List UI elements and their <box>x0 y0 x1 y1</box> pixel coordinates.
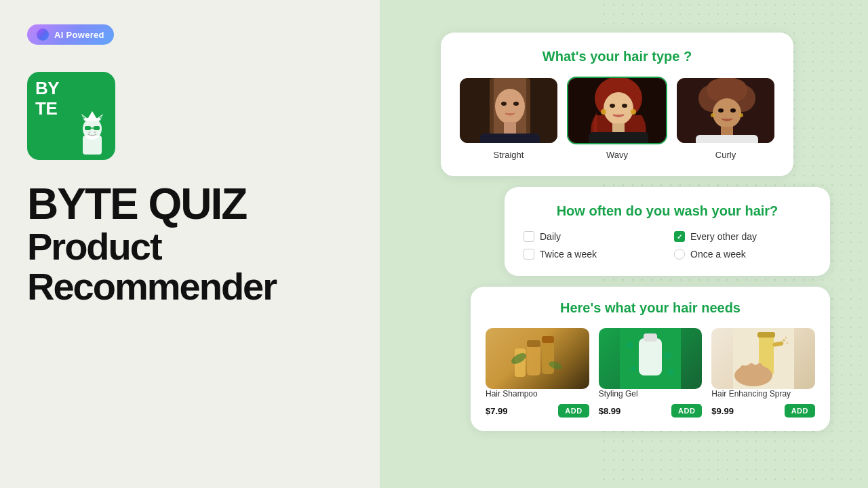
wash-option-daily[interactable]: Daily <box>524 231 660 242</box>
svg-rect-35 <box>696 135 758 144</box>
product-footer-spray: $9.99 ADD <box>711 404 815 418</box>
product-price-spray: $9.99 <box>711 406 734 416</box>
svg-point-64 <box>785 337 787 339</box>
product-price-shampoo: $7.99 <box>486 406 508 416</box>
logo-mascot <box>73 110 111 157</box>
svg-point-38 <box>711 113 715 117</box>
byte-logo: BY TE <box>27 72 115 160</box>
svg-point-50 <box>627 342 633 348</box>
svg-point-52 <box>631 366 636 371</box>
product-footer-gel: $8.99 ADD <box>599 404 703 418</box>
hair-img-wavy <box>567 77 667 144</box>
svg-point-25 <box>622 104 627 108</box>
svg-point-24 <box>610 104 615 108</box>
hair-img-curly <box>675 77 776 144</box>
hair-option-curly[interactable]: Curly <box>675 77 776 160</box>
svg-point-36 <box>718 108 724 113</box>
svg-point-19 <box>604 92 633 125</box>
right-content: What's your hair type ? <box>387 15 848 473</box>
hair-label-straight: Straight <box>494 150 524 160</box>
svg-point-12 <box>495 89 525 124</box>
hair-option-straight[interactable]: Straight <box>458 77 559 160</box>
wash-freq-card: How often do you wash your hair? Daily E… <box>505 187 830 276</box>
svg-rect-60 <box>748 363 755 380</box>
product-name-spray: Hair Enhancing Spray <box>711 389 815 399</box>
hair-type-question: What's your hair type ? <box>460 49 774 64</box>
ai-badge-label: AI Powered <box>54 30 104 40</box>
svg-point-37 <box>730 108 736 113</box>
add-spray-button[interactable]: ADD <box>785 404 815 418</box>
app-subtitle-1: Product <box>27 227 353 267</box>
add-shampoo-button[interactable]: ADD <box>558 404 589 418</box>
svg-point-63 <box>786 342 788 344</box>
product-footer-shampoo: $7.99 ADD <box>486 404 589 418</box>
svg-rect-59 <box>740 365 747 380</box>
right-panel: What's your hair type ? <box>380 0 868 488</box>
svg-point-39 <box>739 113 743 117</box>
product-img-shampoo <box>486 328 589 389</box>
hair-type-card: What's your hair type ? <box>441 33 793 176</box>
svg-rect-40 <box>527 345 540 375</box>
product-item-shampoo: Hair Shampoo $7.99 ADD <box>486 328 589 418</box>
product-item-gel: Styling Gel $8.99 ADD <box>599 328 703 418</box>
svg-rect-56 <box>757 332 775 338</box>
products-row: Here's what your hair needs <box>397 287 837 431</box>
svg-point-33 <box>713 98 741 128</box>
wash-row: How often do you wash your hair? Daily E… <box>397 187 837 276</box>
svg-rect-44 <box>542 336 554 343</box>
product-name-gel: Styling Gel <box>599 389 703 399</box>
svg-point-22 <box>601 109 606 115</box>
svg-rect-14 <box>480 134 540 144</box>
wash-option-once-week[interactable]: Once a week <box>674 249 811 260</box>
hair-label-curly: Curly <box>715 150 736 160</box>
wash-label-daily: Daily <box>540 231 561 242</box>
svg-point-51 <box>663 351 671 359</box>
svg-rect-41 <box>542 342 554 374</box>
svg-point-6 <box>94 131 96 134</box>
product-img-gel <box>599 328 703 389</box>
wash-label-once-week: Once a week <box>690 249 746 260</box>
wash-label-every-other: Every other day <box>690 231 757 242</box>
products-title: Here's what your hair needs <box>486 300 815 316</box>
svg-marker-8 <box>88 111 96 118</box>
product-img-spray <box>711 328 815 389</box>
svg-point-15 <box>501 102 507 106</box>
hair-option-wavy[interactable]: Wavy <box>567 77 667 160</box>
svg-rect-61 <box>756 363 763 380</box>
svg-rect-2 <box>85 126 91 130</box>
svg-point-16 <box>513 102 519 106</box>
wash-option-twice-week[interactable]: Twice a week <box>524 249 660 260</box>
add-gel-button[interactable]: ADD <box>671 404 702 418</box>
svg-rect-3 <box>94 126 100 130</box>
logo-text: BY TE <box>35 79 59 119</box>
wash-checkbox-daily[interactable] <box>524 231 534 242</box>
svg-rect-34 <box>721 127 733 136</box>
svg-rect-49 <box>644 333 657 342</box>
svg-point-62 <box>783 339 785 342</box>
ai-badge-icon <box>37 28 49 41</box>
hair-label-wavy: Wavy <box>606 150 628 160</box>
svg-point-5 <box>89 131 91 134</box>
product-name-shampoo: Hair Shampoo <box>486 389 589 399</box>
products-card: Here's what your hair needs <box>471 287 830 431</box>
left-panel: AI Powered BY TE <box>0 0 380 488</box>
ai-badge: AI Powered <box>27 24 114 45</box>
wash-options: Daily Every other day Twice a week Once … <box>524 231 811 260</box>
hair-img-straight <box>458 77 559 144</box>
svg-rect-48 <box>639 338 662 375</box>
product-item-spray: Hair Enhancing Spray $9.99 ADD <box>711 328 815 418</box>
svg-rect-20 <box>612 123 625 134</box>
wash-option-every-other[interactable]: Every other day <box>674 231 811 242</box>
wash-label-twice-week: Twice a week <box>540 249 597 260</box>
wash-radio-once-week[interactable] <box>674 249 685 260</box>
app-title: BYTE QUIZ <box>27 182 353 227</box>
svg-rect-7 <box>84 118 100 121</box>
svg-rect-21 <box>589 132 648 144</box>
wash-checkbox-twice-week[interactable] <box>524 249 534 260</box>
hair-options: Straight <box>460 77 774 160</box>
products-grid: Hair Shampoo $7.99 ADD <box>486 328 815 418</box>
svg-rect-43 <box>527 340 540 347</box>
svg-point-53 <box>667 369 674 375</box>
product-price-gel: $8.99 <box>599 406 621 416</box>
wash-checkbox-every-other[interactable] <box>674 231 685 242</box>
